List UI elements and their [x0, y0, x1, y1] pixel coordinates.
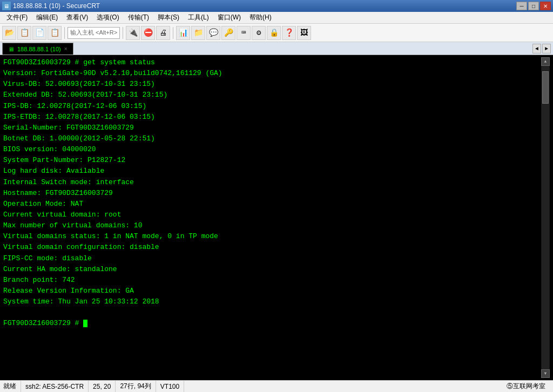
menu-tools[interactable]: 工具(L) — [184, 12, 213, 23]
toolbar-btn-key[interactable]: 🔑 — [221, 26, 235, 40]
status-session: ssh2: AES-256-CTR — [21, 381, 89, 392]
status-cursor: 25, 20 — [89, 381, 116, 392]
status-right: ⑤互联网考室 — [502, 381, 550, 392]
toolbar-btn-help[interactable]: ❓ — [282, 26, 296, 40]
terminal-line-10: Log hard disk: Available — [3, 166, 541, 177]
host-input-box[interactable]: 输入主机 <Alt+R> — [68, 27, 120, 39]
toolbar-btn-settings[interactable]: ⚙ — [252, 26, 266, 40]
close-button[interactable]: ✕ — [540, 2, 551, 10]
toolbar-separator-2 — [123, 27, 123, 39]
toolbar-btn-connect[interactable]: 🔌 — [126, 26, 140, 40]
scrollbar-down-button[interactable]: ▼ — [541, 369, 550, 378]
status-bar: 就绪 ssh2: AES-256-CTR 25, 20 27行, 94列 VT1… — [0, 380, 553, 392]
toolbar-btn-lock[interactable]: 🔒 — [267, 26, 281, 40]
scrollbar-track[interactable] — [542, 66, 549, 369]
toolbar-btn-copy[interactable]: 📄 — [32, 26, 46, 40]
scrollbar-thumb[interactable] — [542, 71, 549, 104]
terminal-line-4: IPS-DB: 12.00278(2017-12-06 03:15) — [3, 101, 541, 112]
tab-close-button[interactable]: × — [64, 46, 68, 52]
menu-window[interactable]: 窗口(W) — [213, 12, 245, 23]
terminal-line-0: FGT90D3Z16003729 # get system status — [3, 57, 541, 68]
cursor — [83, 320, 87, 327]
toolbar-btn-log[interactable]: 📊 — [176, 26, 190, 40]
terminal-line-3: Extended DB: 52.00693(2017-10-31 23:15) — [3, 90, 541, 100]
tab-session[interactable]: 🖥 188.88.88.1 (10) × — [2, 43, 73, 55]
terminal-line-2: Virus-DB: 52.00693(2017-10-31 23:15) — [3, 79, 541, 90]
terminal-line-8: BIOS version: 04000020 — [3, 144, 541, 155]
menu-bar: 文件(F) 编辑(E) 查看(V) 选项(O) 传输(T) 脚本(S) 工具(L… — [0, 12, 553, 24]
window-controls[interactable]: ─ □ ✕ — [516, 2, 551, 10]
toolbar-btn-disconnect[interactable]: ⛔ — [141, 26, 155, 40]
terminal[interactable]: FGT90D3Z16003729 # get system status Ver… — [0, 55, 553, 380]
tab-bar: 🖥 188.88.88.1 (10) × ◄ ► — [0, 42, 553, 55]
menu-transfer[interactable]: 传输(T) — [124, 12, 153, 23]
minimize-button[interactable]: ─ — [516, 2, 527, 10]
menu-help[interactable]: 帮助(H) — [245, 12, 276, 23]
menu-file[interactable]: 文件(F) — [2, 12, 32, 23]
menu-options[interactable]: 选项(O) — [92, 12, 123, 23]
terminal-line-21: Release Version Information: GA — [3, 286, 541, 296]
host-input-label: 输入主机 <Alt+R> — [70, 29, 117, 37]
terminal-line-16: Virtual domains status: 1 in NAT mode, 0… — [3, 231, 541, 242]
terminal-line-19: Current HA mode: standalone — [3, 264, 541, 275]
toolbar-btn-paste[interactable]: 📋 — [48, 26, 62, 40]
terminal-line-14: Current virtual domain: root — [3, 209, 541, 220]
toolbar-separator-3 — [173, 27, 173, 39]
terminal-content: FGT90D3Z16003729 # get system status Ver… — [3, 57, 541, 378]
terminal-line-1: Version: FortiGate-90D v5.2.10,build0742… — [3, 68, 541, 79]
terminal-line-18: FIPS-CC mode: disable — [3, 253, 541, 264]
terminal-line-15: Max number of virtual domains: 10 — [3, 220, 541, 231]
app-icon: 🖥 — [2, 2, 11, 10]
status-ready: 就绪 — [3, 381, 21, 392]
menu-script[interactable]: 脚本(S) — [153, 12, 184, 23]
toolbar: 📂 📋 📄 📋 输入主机 <Alt+R> 🔌 ⛔ 🖨 📊 📁 💬 🔑 ⌨ ⚙ 🔒… — [0, 24, 553, 42]
toolbar-btn-chat[interactable]: 💬 — [206, 26, 220, 40]
terminal-line-13: Operation Mode: NAT — [3, 199, 541, 209]
status-lines: 27行, 94列 — [116, 381, 156, 392]
terminal-prompt: FGT90D3Z16003729 # — [3, 318, 541, 329]
tab-navigation[interactable]: ◄ ► — [532, 44, 551, 55]
toolbar-btn-print[interactable]: 🖨 — [156, 26, 170, 40]
terminal-line-20: Branch point: 742 — [3, 275, 541, 286]
scrollbar[interactable]: ▲ ▼ — [541, 57, 550, 378]
tab-label: 188.88.88.1 (10) — [17, 46, 61, 52]
toolbar-btn-image[interactable]: 🖼 — [297, 26, 311, 40]
scrollbar-up-button[interactable]: ▲ — [541, 57, 550, 66]
tab-nav-right[interactable]: ► — [542, 44, 551, 53]
terminal-line-9: System Part-Number: P12827-12 — [3, 155, 541, 166]
toolbar-btn-sftp[interactable]: 📁 — [191, 26, 205, 40]
terminal-line-5: IPS-ETDB: 12.00278(2017-12-06 03:15) — [3, 112, 541, 123]
terminal-line-7: Botnet DB: 1.00000(2012-05-28 22:51) — [3, 133, 541, 144]
terminal-line-12: Hostname: FGT90D3Z16003729 — [3, 188, 541, 199]
title-bar: 🖥 188.88.88.1 (10) - SecureCRT ─ □ ✕ — [0, 0, 553, 12]
tab-icon: 🖥 — [8, 46, 14, 52]
status-terminal-type: VT100 — [156, 381, 184, 392]
tab-nav-left[interactable]: ◄ — [532, 44, 541, 53]
toolbar-btn-open[interactable]: 📋 — [17, 26, 31, 40]
menu-edit[interactable]: 编辑(E) — [32, 12, 62, 23]
toolbar-separator-1 — [64, 27, 65, 39]
toolbar-btn-keypad[interactable]: ⌨ — [237, 26, 251, 40]
title-bar-left: 🖥 188.88.88.1 (10) - SecureCRT — [2, 2, 100, 10]
terminal-line-23 — [3, 307, 541, 318]
menu-view[interactable]: 查看(V) — [62, 12, 92, 23]
terminal-line-17: Virtual domain configuration: disable — [3, 242, 541, 253]
toolbar-btn-new[interactable]: 📂 — [2, 26, 16, 40]
window-title: 188.88.88.1 (10) - SecureCRT — [13, 2, 100, 10]
maximize-button[interactable]: □ — [528, 2, 539, 10]
terminal-line-22: System time: Thu Jan 25 10:33:12 2018 — [3, 296, 541, 307]
terminal-line-11: Internal Switch mode: interface — [3, 177, 541, 188]
terminal-line-6: Serial-Number: FGT90D3Z16003729 — [3, 123, 541, 133]
